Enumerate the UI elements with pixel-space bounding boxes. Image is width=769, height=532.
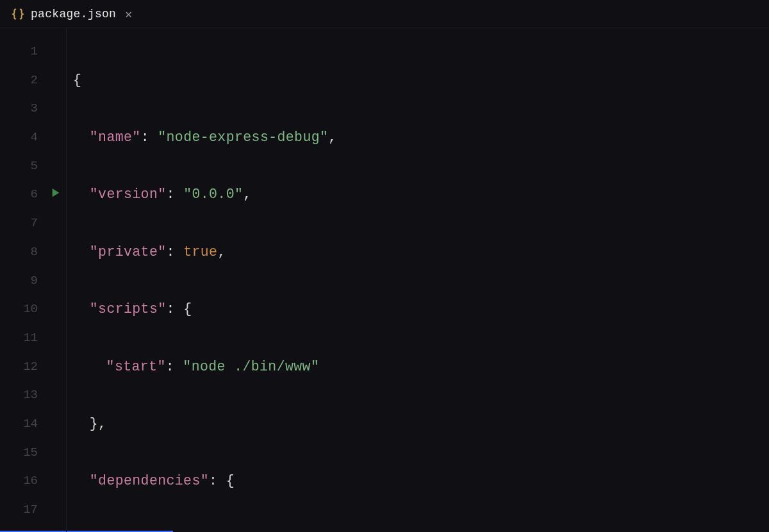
line-number: 11 xyxy=(0,324,66,353)
line-number: 2 xyxy=(0,66,66,95)
code-line: "private": true, xyxy=(73,238,337,267)
line-number: 12 xyxy=(0,353,66,381)
run-script-icon[interactable] xyxy=(51,180,61,209)
line-number: 4 xyxy=(0,123,66,152)
line-number: 8 xyxy=(0,238,66,267)
line-number: 7 xyxy=(0,209,66,238)
code-content[interactable]: { "name": "node-express-debug", "version… xyxy=(67,28,337,532)
line-number: 13 xyxy=(0,381,66,410)
line-number: 5 xyxy=(0,152,66,181)
tab-bar: package.json ✕ xyxy=(0,0,769,28)
line-number-gutter: 1 2 3 4 5 6 7 8 9 10 11 12 13 14 15 16 1… xyxy=(0,28,67,532)
tab-title: package.json xyxy=(31,8,116,21)
line-number: 6 xyxy=(0,180,66,209)
editor-area[interactable]: 1 2 3 4 5 6 7 8 9 10 11 12 13 14 15 16 1… xyxy=(0,28,769,532)
code-line: "name": "node-express-debug", xyxy=(73,123,337,152)
line-number: 9 xyxy=(0,267,66,295)
braces-icon xyxy=(12,8,24,21)
code-line: { xyxy=(73,66,337,95)
line-number: 1 xyxy=(0,37,66,66)
line-number: 14 xyxy=(0,410,66,438)
code-line: }, xyxy=(73,410,337,438)
code-line: "start": "node ./bin/www" xyxy=(73,353,337,381)
line-number: 10 xyxy=(0,295,66,324)
tab-package-json[interactable]: package.json ✕ xyxy=(0,0,145,28)
code-line: "version": "0.0.0", xyxy=(73,180,337,209)
close-icon[interactable]: ✕ xyxy=(122,6,135,22)
line-number: 3 xyxy=(0,94,66,123)
line-number: 17 xyxy=(0,495,66,524)
code-line: "scripts": { xyxy=(73,295,337,324)
line-number: 16 xyxy=(0,467,66,495)
line-number: 15 xyxy=(0,438,66,467)
code-line: "dependencies": { xyxy=(73,467,337,495)
